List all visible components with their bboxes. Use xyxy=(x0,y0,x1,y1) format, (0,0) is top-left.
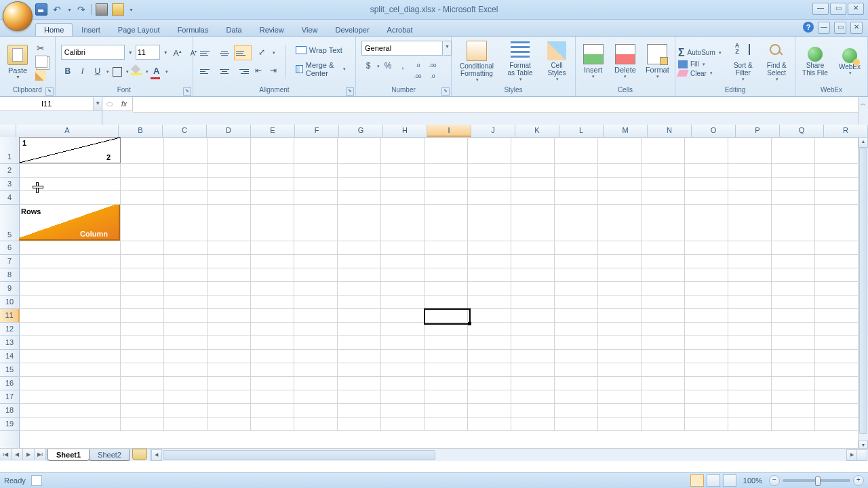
cell[interactable] xyxy=(381,336,425,349)
cell[interactable] xyxy=(19,336,121,349)
insert-cells-button[interactable]: Insert▾ xyxy=(578,43,608,81)
cell[interactable] xyxy=(19,323,121,336)
tab-formulas[interactable]: Formulas xyxy=(169,23,218,36)
scroll-left-button[interactable]: ◀ xyxy=(151,449,162,461)
cell[interactable] xyxy=(164,363,208,376)
cell[interactable] xyxy=(338,350,381,363)
cell[interactable] xyxy=(121,164,164,177)
cell[interactable] xyxy=(772,205,815,241)
cell[interactable] xyxy=(294,296,338,308)
cell[interactable] xyxy=(121,255,164,268)
find-select-button[interactable]: Find & Select▾ xyxy=(762,40,792,83)
number-format-select[interactable] xyxy=(361,41,443,56)
cell[interactable] xyxy=(511,191,555,204)
cell[interactable] xyxy=(468,336,511,349)
cell[interactable] xyxy=(728,390,772,403)
cell[interactable] xyxy=(381,390,425,403)
cell[interactable] xyxy=(511,336,555,349)
cell[interactable] xyxy=(772,377,815,390)
cell[interactable] xyxy=(294,268,338,281)
cell[interactable] xyxy=(511,164,555,177)
cell[interactable] xyxy=(121,205,164,241)
comma-button[interactable]: , xyxy=(396,60,410,73)
align-top-button[interactable] xyxy=(199,46,215,60)
row-header[interactable]: 9 xyxy=(0,282,19,296)
cell[interactable] xyxy=(555,241,598,254)
cell[interactable] xyxy=(425,309,468,322)
row-header[interactable]: 19 xyxy=(0,418,19,431)
column-header[interactable]: I xyxy=(427,125,471,137)
dropdown-icon[interactable]: ▾ xyxy=(146,69,149,75)
cell[interactable] xyxy=(772,282,815,295)
cell[interactable] xyxy=(642,255,685,268)
formula-input[interactable] xyxy=(133,97,868,113)
conditional-formatting-button[interactable]: Conditional Formatting▾ xyxy=(454,39,499,84)
cell[interactable] xyxy=(121,363,164,376)
cell[interactable] xyxy=(468,377,511,390)
cell[interactable] xyxy=(815,323,859,336)
cell[interactable] xyxy=(19,377,121,390)
cell[interactable] xyxy=(338,137,381,163)
cell[interactable] xyxy=(338,191,381,204)
cell[interactable] xyxy=(685,390,728,403)
cell[interactable] xyxy=(555,404,598,417)
cell[interactable] xyxy=(468,205,511,241)
row-header[interactable]: 16 xyxy=(0,377,19,390)
decrease-decimal-button[interactable]: .00.0 xyxy=(426,60,439,73)
cell[interactable] xyxy=(19,418,121,430)
horizontal-scrollbar[interactable]: ◀ ▶ xyxy=(150,449,868,461)
cell[interactable] xyxy=(208,191,251,204)
tab-view[interactable]: View xyxy=(293,23,327,36)
cell[interactable] xyxy=(555,296,598,308)
cell[interactable] xyxy=(381,309,425,322)
sort-filter-button[interactable]: Sort & Filter▾ xyxy=(728,40,758,83)
cell[interactable] xyxy=(338,323,381,336)
cell[interactable] xyxy=(468,241,511,254)
cell[interactable] xyxy=(815,282,859,295)
cell[interactable] xyxy=(598,178,642,190)
cell[interactable] xyxy=(642,377,685,390)
cell[interactable] xyxy=(164,390,208,403)
normal-view-button[interactable] xyxy=(690,474,704,487)
cell[interactable] xyxy=(251,191,294,204)
cell[interactable] xyxy=(598,309,642,322)
zoom-thumb[interactable] xyxy=(815,476,821,486)
cell[interactable] xyxy=(19,241,121,254)
cell[interactable] xyxy=(555,191,598,204)
cell[interactable] xyxy=(468,404,511,417)
cell[interactable] xyxy=(685,164,728,177)
scroll-up-button[interactable]: ▲ xyxy=(859,137,868,148)
cell[interactable] xyxy=(728,255,772,268)
cell[interactable] xyxy=(511,296,555,308)
cell[interactable] xyxy=(338,241,381,254)
cell[interactable] xyxy=(468,309,511,322)
cell[interactable] xyxy=(338,164,381,177)
cell[interactable] xyxy=(728,418,772,430)
row-header[interactable]: 13 xyxy=(0,336,19,350)
cell[interactable] xyxy=(642,390,685,403)
cell[interactable] xyxy=(164,336,208,349)
cell[interactable] xyxy=(555,309,598,322)
cell[interactable] xyxy=(121,418,164,430)
cell[interactable] xyxy=(208,178,251,190)
cell[interactable] xyxy=(772,241,815,254)
cell[interactable] xyxy=(555,350,598,363)
cell[interactable] xyxy=(381,377,425,390)
cell[interactable] xyxy=(598,282,642,295)
tab-review[interactable]: Review xyxy=(251,23,293,36)
cell[interactable] xyxy=(642,404,685,417)
cell[interactable] xyxy=(772,164,815,177)
close-button[interactable]: ✕ xyxy=(848,3,864,15)
cell[interactable] xyxy=(294,241,338,254)
workbook-restore-button[interactable]: ▭ xyxy=(834,22,846,34)
cell[interactable] xyxy=(642,418,685,430)
orientation-button[interactable]: ⤢ xyxy=(253,46,271,60)
cell[interactable] xyxy=(251,336,294,349)
cell[interactable] xyxy=(815,404,859,417)
help-icon[interactable]: ? xyxy=(803,22,814,33)
new-sheet-button[interactable] xyxy=(132,449,147,460)
cell[interactable] xyxy=(164,323,208,336)
cell[interactable] xyxy=(555,418,598,430)
cell[interactable] xyxy=(642,241,685,254)
border-button[interactable] xyxy=(111,65,124,79)
